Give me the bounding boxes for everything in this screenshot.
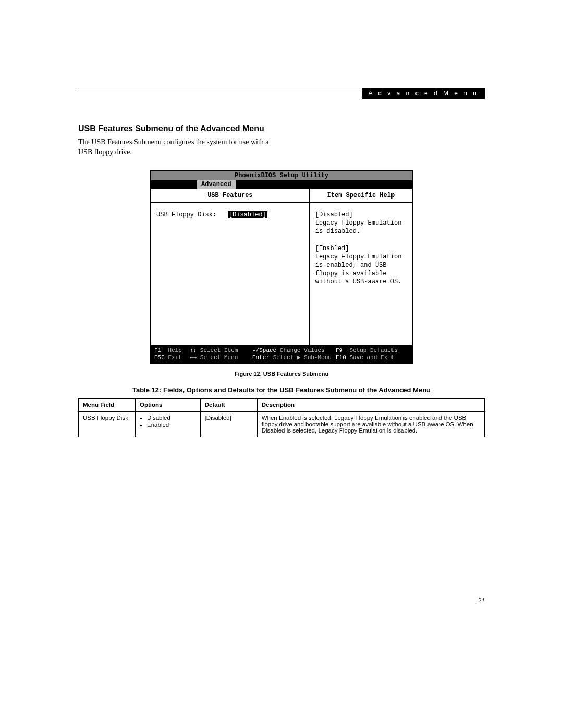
document-page: A d v a n c e d M e n u USB Features Sub… — [0, 0, 563, 625]
option-item: Enabled — [147, 422, 196, 428]
bios-help-option1-text: Legacy Floppy Emulation is disabled. — [315, 219, 407, 236]
bios-key-enter: Enter — [252, 354, 270, 361]
option-item: Disabled — [147, 415, 196, 421]
bios-key-f10: F10 — [336, 354, 346, 361]
bios-key-f10-text: Save and Exit — [349, 354, 394, 361]
bios-key-f1-text: Help — [168, 347, 181, 353]
bios-setting-row: USB Floppy Disk: [Disabled] — [156, 211, 304, 219]
bios-setting-label: USB Floppy Disk: — [156, 211, 216, 218]
table-header-options: Options — [136, 399, 201, 412]
bios-footer: F1 Help ↑↓ Select Item -/Space Change Va… — [151, 345, 412, 364]
table-header-row: Menu Field Options Default Description — [79, 399, 485, 412]
cell-default: [Disabled] — [200, 412, 257, 437]
bios-key-updown: ↑↓ — [190, 347, 197, 353]
page-number: 21 — [478, 596, 485, 604]
bios-title: PhoenixBIOS Setup Utility — [151, 171, 412, 180]
section-title: USB Features Submenu of the Advanced Men… — [78, 124, 485, 133]
bios-key-f1: F1 — [154, 347, 161, 353]
bios-key-updown-text: Select Item — [200, 347, 238, 353]
bios-key-enter-text: Select ▶ Sub-Menu — [273, 354, 332, 361]
table-header-description: Description — [257, 399, 484, 412]
table-row: USB Floppy Disk: Disabled Enabled [Disab… — [79, 412, 485, 437]
bios-tab-advanced: Advanced — [197, 180, 236, 189]
cell-options: Disabled Enabled — [136, 412, 201, 437]
bios-screenshot: PhoenixBIOS Setup Utility Advanced USB F… — [150, 170, 413, 365]
bios-key-leftright-text: Select Menu — [200, 354, 238, 361]
header-section-label: A d v a n c e d M e n u — [362, 88, 485, 99]
bios-key-space-text: Change Values — [280, 347, 325, 353]
bios-key-f9-text: Setup Defaults — [349, 347, 397, 353]
bios-key-leftright: ←→ — [190, 354, 197, 361]
bios-key-esc: ESC — [154, 354, 165, 361]
table-title: Table 12: Fields, Options and Defaults f… — [78, 386, 485, 394]
bios-help-heading: Item Specific Help — [310, 189, 412, 203]
bios-help-option2-header: [Enabled] — [315, 244, 407, 253]
cell-menu-field: USB Floppy Disk: — [79, 412, 136, 437]
bios-help-option1-header: [Disabled] — [315, 211, 407, 219]
bios-left-heading: USB Features — [151, 189, 309, 203]
bios-key-esc-text: Exit — [168, 354, 181, 361]
section-intro-text: The USB Features Submenu configures the … — [78, 138, 282, 157]
bios-setting-value: [Disabled] — [228, 211, 267, 218]
bios-left-panel: USB Features USB Floppy Disk: [Disabled] — [151, 189, 310, 345]
table-header-default: Default — [200, 399, 257, 412]
bios-tab-bar: Advanced — [151, 180, 412, 189]
bios-key-f9: F9 — [336, 347, 342, 353]
bios-help-option2-text: Legacy Floppy Emulation is enabled, and … — [315, 253, 407, 287]
bios-help-panel: Item Specific Help [Disabled] Legacy Flo… — [310, 189, 412, 345]
figure-caption: Figure 12. USB Features Submenu — [78, 371, 485, 377]
bios-key-space: -/Space — [252, 347, 276, 353]
table-header-menu-field: Menu Field — [79, 399, 136, 412]
cell-description: When Enabled is selected, Legacy Floppy … — [257, 412, 484, 437]
options-table: Menu Field Options Default Description U… — [78, 398, 485, 437]
